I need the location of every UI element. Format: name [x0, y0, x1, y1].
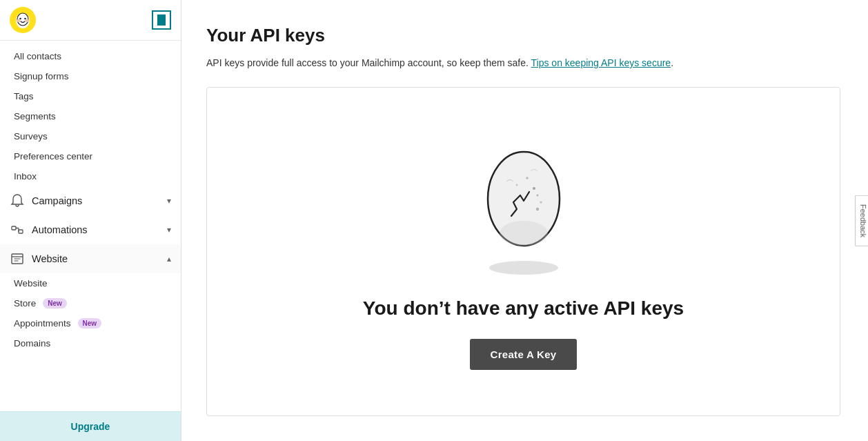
feedback-label: Feedback: [859, 204, 867, 237]
sidebar-item-appointments-item[interactable]: AppointmentsNew: [0, 313, 181, 333]
sidebar-header: [0, 0, 181, 41]
svg-point-6: [25, 19, 29, 22]
sidebar-item-all-contacts[interactable]: All contacts: [0, 46, 181, 66]
create-key-button[interactable]: Create A Key: [470, 339, 578, 370]
campaigns-icon: [10, 193, 25, 208]
sidebar-item-surveys[interactable]: Surveys: [0, 126, 181, 146]
automations-label: Automations: [32, 224, 160, 235]
website-chevron: ▴: [167, 254, 171, 264]
website-label: Website: [32, 253, 160, 264]
svg-point-12: [533, 187, 535, 190]
mailchimp-logo[interactable]: [10, 7, 36, 33]
page-title: Your API keys: [206, 25, 840, 46]
domains-item-label: Domains: [14, 338, 50, 349]
svg-rect-8: [19, 230, 23, 233]
api-keys-link[interactable]: Tips on keeping API keys secure: [531, 57, 671, 68]
svg-point-16: [535, 208, 538, 210]
campaigns-chevron: ▾: [167, 196, 171, 206]
feedback-tab[interactable]: Feedback: [855, 195, 868, 246]
sidebar-item-preferences-center[interactable]: Preferences center: [0, 146, 181, 166]
store-item-badge: New: [43, 298, 67, 308]
description-text: API keys provide full access to your Mai…: [206, 57, 529, 68]
svg-point-13: [536, 195, 538, 197]
page-description: API keys provide full access to your Mai…: [206, 56, 840, 70]
svg-point-14: [526, 177, 529, 179]
website-icon: [10, 251, 25, 266]
sidebar-item-segments[interactable]: Segments: [0, 106, 181, 126]
appointments-item-label: Appointments: [14, 318, 71, 329]
store-item-label: Store: [14, 298, 36, 308]
svg-point-15: [515, 184, 517, 186]
svg-point-10: [489, 261, 558, 275]
sidebar-item-inbox[interactable]: Inbox: [0, 166, 181, 186]
sidebar-item-campaigns[interactable]: Campaigns ▾: [0, 186, 181, 215]
no-keys-title: You don’t have any active API keys: [363, 297, 684, 320]
egg-illustration: [468, 126, 579, 278]
contacts-sub-items: All contactsSignup formsTagsSegmentsSurv…: [0, 46, 181, 186]
automations-icon: [10, 222, 25, 237]
svg-point-17: [540, 202, 542, 204]
website-item-label: Website: [14, 278, 48, 288]
main-content: Your API keys API keys provide full acce…: [181, 0, 868, 441]
appointments-item-badge: New: [78, 318, 102, 329]
upgrade-link[interactable]: Upgrade: [71, 421, 110, 432]
sidebar-item-automations[interactable]: Automations ▾: [0, 215, 181, 244]
toggle-icon: [157, 14, 166, 26]
svg-rect-7: [12, 226, 16, 230]
svg-point-5: [17, 19, 21, 22]
upgrade-bar[interactable]: Upgrade: [0, 411, 181, 441]
sidebar: All contactsSignup formsTagsSegmentsSurv…: [0, 0, 181, 441]
sidebar-item-website-item[interactable]: Website: [0, 273, 181, 293]
sidebar-nav: All contactsSignup formsTagsSegmentsSurv…: [0, 41, 181, 411]
sidebar-item-store-item[interactable]: StoreNew: [0, 293, 181, 313]
sidebar-item-website[interactable]: Website ▴: [0, 244, 181, 273]
api-keys-empty-state: You don’t have any active API keys Creat…: [206, 87, 840, 416]
sidebar-item-tags[interactable]: Tags: [0, 86, 181, 106]
sidebar-item-signup-forms[interactable]: Signup forms: [0, 66, 181, 86]
campaigns-label: Campaigns: [32, 195, 160, 206]
sidebar-collapse-toggle[interactable]: [152, 10, 171, 30]
website-sub-items: WebsiteStoreNewAppointmentsNewDomains: [0, 273, 181, 353]
sidebar-item-domains-item[interactable]: Domains: [0, 333, 181, 353]
svg-point-18: [500, 221, 548, 246]
automations-chevron: ▾: [167, 225, 171, 235]
